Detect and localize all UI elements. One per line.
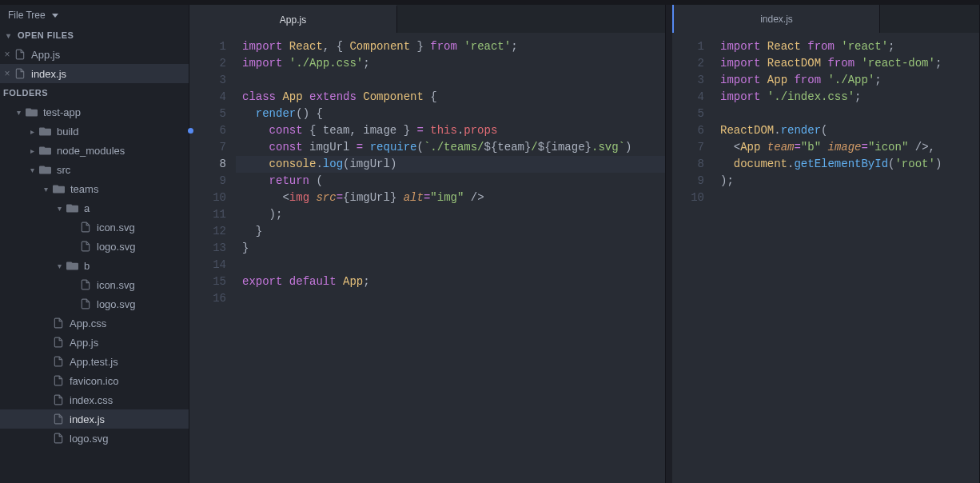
file-item[interactable]: App.js [0,333,189,352]
line-number: 8 [672,156,704,173]
file-item[interactable]: icon.svg [0,275,189,294]
code-editor-left[interactable]: 12345678910111213141516 import React, { … [189,33,665,483]
code-line: import './index.css'; [714,89,979,106]
file-icon [53,394,64,405]
file-icon [53,433,64,444]
line-number: 9 [672,173,704,190]
line-number: 14 [189,257,226,273]
file-tree-dropdown[interactable]: File Tree [0,5,189,26]
line-number: 2 [672,55,704,72]
line-number: 1 [189,38,226,55]
close-icon[interactable]: × [2,49,13,60]
code-line: const imgUrl = require(`./teams/${team}/… [236,139,665,156]
editor-area: App.js 12345678910111213141516 import Re… [189,5,980,483]
tree-item-label: logo.svg [97,241,135,253]
tree-item-label: index.css [70,394,113,406]
folder-icon [39,126,51,137]
folder-icon [66,261,78,271]
file-item[interactable]: index.js [0,409,189,429]
file-icon [14,49,26,60]
code-line: import ReactDOM from 'react-dom'; [714,55,979,72]
chevron-right-icon [28,127,36,136]
tree-item-label: logo.svg [97,298,135,310]
folder-item[interactable]: b [0,256,189,275]
code-line: <App team="b" image="icon" />, [714,139,979,156]
folder-item[interactable]: a [0,198,189,218]
code-line: import './App.css'; [236,55,665,72]
open-files-label: OPEN FILES [18,30,74,40]
code-line: const { team, image } = this.props [236,122,665,139]
tab-app-js[interactable]: App.js [189,5,397,33]
line-number: 12 [189,223,226,240]
code-line [714,106,979,122]
folder-icon [39,146,51,156]
code-lines-left: import React, { Component } from 'react'… [236,38,665,483]
code-line [236,290,665,307]
tab-bar-left: App.js [189,5,665,33]
folder-item[interactable]: teams [0,179,189,198]
line-number: 6 [189,122,226,139]
code-editor-right[interactable]: 12345678910 import React from 'react';im… [672,33,979,483]
line-number: 3 [189,72,226,89]
code-line [236,72,665,89]
code-line: import App from './App'; [714,72,979,89]
file-item[interactable]: logo.svg [0,294,189,313]
tree-item-label: teams [70,183,98,195]
folder-item[interactable]: test-app [0,102,189,122]
close-icon[interactable]: × [2,68,13,79]
file-icon [80,298,91,309]
tree-item-label: icon.svg [97,279,135,291]
tree-item-label: App.test.js [70,356,118,368]
gutter-left: 12345678910111213141516 [189,38,236,483]
tree-item-label: favicon.ico [70,375,118,387]
file-item[interactable]: icon.svg [0,218,189,237]
tree-item-label: a [84,202,90,214]
line-number: 9 [189,173,226,190]
code-line: } [236,240,665,257]
file-icon [14,68,26,79]
folder-item[interactable]: src [0,160,189,179]
tree-item-label: build [57,126,78,138]
chevron-down-icon [55,204,63,213]
pane-splitter[interactable] [666,5,672,483]
file-item[interactable]: favicon.ico [0,371,189,390]
folders-header: FOLDERS [0,83,189,102]
code-line: class App extends Component { [236,89,665,106]
editor-pane-left: App.js 12345678910111213141516 import Re… [189,5,666,483]
open-file-item[interactable]: ×index.js [0,64,189,83]
open-file-item[interactable]: ×App.js [0,45,189,64]
file-icon [80,241,91,252]
line-number: 6 [672,122,704,139]
folder-icon [66,203,78,214]
file-icon [80,279,91,290]
tab-index-js[interactable]: index.js [672,5,880,33]
file-item[interactable]: App.test.js [0,352,189,371]
line-number: 10 [189,190,226,206]
tree-item-label: node_modules [57,145,125,157]
line-number: 15 [189,273,226,290]
file-item[interactable]: App.css [0,313,189,333]
code-line: <img src={imgUrl} alt="img" /> [236,190,665,206]
folders-label: FOLDERS [3,88,48,98]
folder-tree: test-appbuildnode_modulessrcteamsaicon.s… [0,102,189,448]
line-number: 7 [189,139,226,156]
tree-item-label: b [84,260,90,272]
file-item[interactable]: logo.svg [0,237,189,256]
line-number: 1 [672,38,704,55]
folder-item[interactable]: build [0,122,189,141]
folder-item[interactable]: node_modules [0,141,189,160]
line-number: 13 [189,240,226,257]
file-icon [53,317,64,329]
tree-item-label: App.css [70,317,106,329]
chevron-down-icon [14,108,22,117]
open-files-header[interactable]: OPEN FILES [0,26,189,45]
code-line: console.log(imgUrl) [236,156,665,173]
chevron-down-icon [5,31,13,40]
code-line: ReactDOM.render( [714,122,979,139]
tab-label: index.js [760,14,793,25]
file-item[interactable]: index.css [0,390,189,409]
code-line [236,257,665,273]
file-icon [53,337,64,348]
code-line [714,190,979,206]
file-item[interactable]: logo.svg [0,429,189,448]
